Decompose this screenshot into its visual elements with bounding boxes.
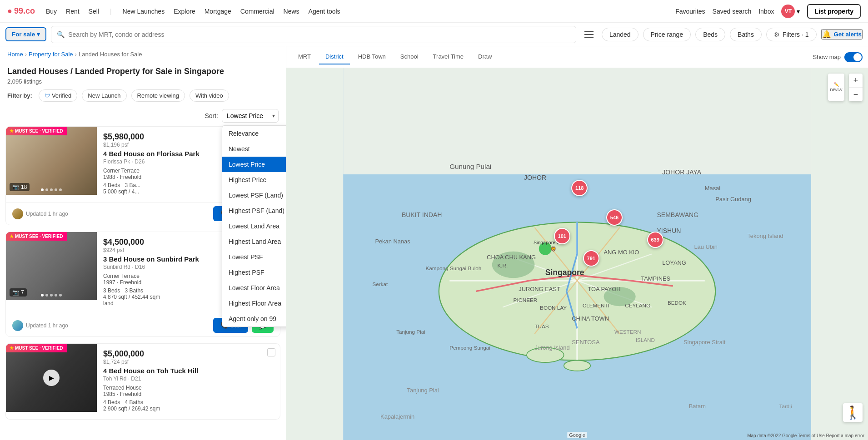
nav-links: Buy Rent Sell | New Launches Explore Mor…: [46, 8, 340, 15]
map-cluster-639[interactable]: 639: [647, 232, 663, 248]
nav-commercial[interactable]: Commercial: [240, 8, 274, 15]
listings-title: Landed Houses / Landed Property for Sale…: [7, 67, 279, 76]
map-cluster-101[interactable]: 101: [554, 228, 570, 244]
breadcrumb-property-sale[interactable]: Property for Sale: [29, 51, 73, 58]
svg-text:CHINA TOWN: CHINA TOWN: [572, 315, 609, 322]
nav-mortgage[interactable]: Mortgage: [205, 8, 231, 15]
map-tab-district[interactable]: District: [319, 49, 350, 64]
agent-avatar-1: [12, 208, 23, 219]
sort-option-lowest-land-area[interactable]: Lowest Land Area: [222, 218, 286, 234]
nav-buy[interactable]: Buy: [46, 8, 57, 15]
price-range-filter[interactable]: Price range: [643, 28, 691, 41]
svg-text:TUAS: TUAS: [534, 323, 549, 329]
filter-new-launch[interactable]: New Launch: [82, 89, 126, 102]
card-image-1[interactable]: ★ MUST SEE · VERIFIED 📷 18: [6, 127, 97, 195]
sort-option-agent-only[interactable]: Agent only on 99: [222, 311, 286, 326]
filter-with-video[interactable]: With video: [190, 89, 229, 102]
zoom-in-button[interactable]: +: [849, 74, 863, 87]
show-map-label: Show map: [813, 54, 841, 60]
menu-icon[interactable]: [581, 26, 597, 43]
card-psf-3: $1,724 psf: [103, 359, 274, 365]
nav-avatar-wrap[interactable]: VT ▾: [781, 5, 800, 18]
nav-agent-tools[interactable]: Agent tools: [309, 8, 340, 15]
map-tab-hdb-town[interactable]: HDB Town: [352, 49, 392, 64]
svg-text:Serkat: Serkat: [373, 281, 389, 287]
card-image-3[interactable]: ★ MUST SEE · VERIFIED ▶: [6, 344, 97, 412]
filter-row: Filter by: 🛡 Verified New Launch Remote …: [0, 88, 286, 106]
map-background[interactable]: Gunung Pulai JOHOR JOHOR JAYA Masai Pasi…: [286, 68, 868, 440]
landed-filter[interactable]: Landed: [602, 28, 639, 41]
svg-text:Tardji: Tardji: [779, 403, 792, 409]
must-see-badge-2: ★ MUST SEE · VERIFIED: [6, 232, 67, 241]
sort-select-wrap: Lowest Price ▾ Relevance Newest Lowest P…: [222, 109, 279, 123]
nav-favourites[interactable]: Favourites: [675, 8, 705, 15]
dot-2-3: [55, 294, 57, 297]
list-property-button[interactable]: List property: [807, 4, 861, 19]
svg-text:🦁: 🦁: [551, 246, 557, 252]
filters-button[interactable]: ⚙ Filters · 1: [766, 28, 817, 41]
sort-option-relevance[interactable]: Relevance: [222, 126, 286, 141]
sort-option-highest-psf[interactable]: Highest PSF: [222, 265, 286, 280]
toggle-knob: [853, 53, 862, 61]
svg-text:Pempong Sungai: Pempong Sungai: [449, 345, 490, 351]
beds-filter[interactable]: Beds: [695, 28, 725, 41]
sort-option-lowest-psf-land[interactable]: Lowest PSF (Land): [222, 188, 286, 203]
card-checkbox-3[interactable]: [267, 348, 275, 356]
breadcrumb-home[interactable]: Home: [7, 51, 23, 58]
baths-filter[interactable]: Baths: [730, 28, 762, 41]
get-alerts-button[interactable]: 🔔 Get alerts: [821, 29, 863, 40]
map-tabs: MRT District HDB Town School Travel Time…: [286, 46, 868, 68]
search-input-wrap[interactable]: 🔍: [51, 26, 576, 43]
card-specs-3: 4 Beds 4 Baths 2,900 sqft / 269.42 sqm: [103, 399, 274, 412]
filter-remote-viewing[interactable]: Remote viewing: [131, 89, 185, 102]
svg-text:Tanjung Piai: Tanjung Piai: [407, 387, 439, 394]
svg-text:Tekong Island: Tekong Island: [747, 232, 783, 239]
map-zoom-controls: + −: [849, 74, 863, 101]
card-title-3[interactable]: 4 Bed House on Toh Tuck Hill: [103, 367, 274, 375]
camera-icon-2: 📷: [12, 289, 19, 296]
listings-count: 2,095 listings: [7, 78, 279, 85]
svg-rect-2: [584, 37, 594, 38]
map-tab-travel-time[interactable]: Travel Time: [427, 49, 470, 64]
map-cluster-546[interactable]: 546: [606, 209, 623, 226]
sort-option-lowest-psf[interactable]: Lowest PSF: [222, 249, 286, 265]
map-cluster-118[interactable]: 118: [571, 180, 588, 196]
nav-avatar-chevron: ▾: [797, 8, 800, 15]
search-input[interactable]: [68, 31, 570, 38]
sort-option-highest-price[interactable]: Highest Price: [222, 172, 286, 188]
map-tab-mrt[interactable]: MRT: [292, 49, 317, 64]
map-tab-draw[interactable]: Draw: [472, 49, 498, 64]
nav-sell[interactable]: Sell: [89, 8, 99, 15]
nav-news[interactable]: News: [284, 8, 299, 15]
sort-option-highest-floor-area[interactable]: Highest Floor Area: [222, 296, 286, 311]
filter-verified[interactable]: 🛡 Verified: [39, 89, 77, 102]
show-map-toggle[interactable]: [844, 52, 863, 62]
photo-count-1: 📷 18: [10, 183, 30, 191]
card-image-2[interactable]: ★ MUST SEE · VERIFIED 📷 7: [6, 232, 97, 300]
map-tab-school[interactable]: School: [394, 49, 425, 64]
card-tags-3: Terraced House 1985 · Freehold: [103, 385, 274, 397]
draw-button[interactable]: ✏️ DRAW: [828, 74, 844, 101]
agent-avatar-2: [12, 320, 23, 331]
for-sale-button[interactable]: For sale ▾: [5, 27, 46, 41]
play-button-3[interactable]: ▶: [43, 370, 60, 386]
nav-inbox[interactable]: Inbox: [758, 8, 774, 15]
map-cluster-791[interactable]: 791: [583, 250, 599, 267]
zoom-out-button[interactable]: −: [849, 88, 863, 101]
dot-1-2: [50, 188, 53, 191]
site-logo[interactable]: ● 99.co: [7, 6, 35, 16]
nav-rent[interactable]: Rent: [66, 8, 80, 15]
nav-explore[interactable]: Explore: [174, 8, 195, 15]
svg-text:SENTOSA: SENTOSA: [572, 339, 600, 346]
sort-option-lowest-floor-area[interactable]: Lowest Floor Area: [222, 280, 286, 296]
street-view-icon[interactable]: 🚶: [843, 403, 863, 422]
nav-new-launches[interactable]: New Launches: [123, 8, 165, 15]
sort-select[interactable]: Lowest Price: [222, 109, 279, 123]
pencil-icon: ✏️: [834, 82, 839, 87]
sort-option-lowest-price[interactable]: Lowest Price: [222, 157, 286, 172]
sort-option-newest[interactable]: Newest: [222, 141, 286, 157]
sort-option-highest-land-area[interactable]: Highest Land Area: [222, 234, 286, 249]
nav-saved-search[interactable]: Saved search: [713, 8, 752, 15]
svg-text:CLEMENTI: CLEMENTI: [583, 302, 609, 308]
sort-option-highest-psf-land[interactable]: Highest PSF (Land): [222, 203, 286, 218]
